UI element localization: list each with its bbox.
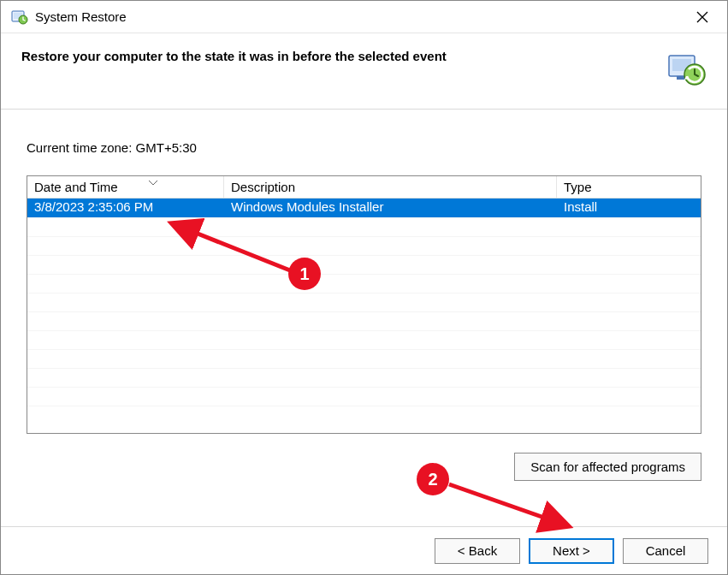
cell-description: Windows Modules Installer (224, 199, 557, 217)
window-title: System Restore (35, 9, 683, 24)
table-header-row: Date and Time Description Type (27, 176, 701, 199)
scan-affected-programs-button[interactable]: Scan for affected programs (514, 453, 701, 481)
table-row-empty (27, 311, 701, 330)
restore-points-table: Date and Time Description Type 3/8/2023 … (27, 175, 701, 434)
table-row-empty (27, 330, 701, 349)
titlebar: System Restore (1, 1, 727, 33)
cell-type: Install (557, 199, 701, 217)
wizard-content: Current time zone: GMT+5:30 Date and Tim… (1, 110, 727, 526)
table-row-empty (27, 293, 701, 311)
timezone-label: Current time zone: GMT+5:30 (27, 140, 701, 155)
table-row-empty (27, 217, 701, 236)
table-body: 3/8/2023 2:35:06 PM Windows Modules Inst… (27, 199, 701, 430)
table-row-empty (27, 406, 701, 424)
sort-descending-icon (149, 178, 157, 187)
column-header-type-label: Type (564, 180, 592, 194)
system-restore-icon (666, 49, 707, 90)
column-header-datetime[interactable]: Date and Time (27, 176, 224, 198)
table-row-empty (27, 387, 701, 406)
cell-datetime: 3/8/2023 2:35:06 PM (27, 199, 224, 217)
system-restore-window: System Restore Restore your computer to … (0, 0, 728, 575)
table-row-empty (27, 236, 701, 255)
wizard-header: Restore your computer to the state it wa… (1, 33, 727, 110)
system-restore-app-icon (11, 9, 28, 26)
column-header-type[interactable]: Type (557, 176, 701, 198)
page-heading: Restore your computer to the state it wa… (21, 49, 648, 63)
table-row[interactable]: 3/8/2023 2:35:06 PM Windows Modules Inst… (27, 199, 701, 217)
column-header-description-label: Description (231, 180, 295, 194)
column-header-datetime-label: Date and Time (34, 180, 118, 194)
wizard-footer: < Back Next > Cancel (1, 526, 727, 574)
next-button[interactable]: Next > (529, 538, 614, 564)
table-row-empty (27, 274, 701, 293)
cancel-button[interactable]: Cancel (623, 538, 708, 564)
column-header-description[interactable]: Description (224, 176, 557, 198)
scan-row: Scan for affected programs (27, 453, 701, 481)
table-row-empty (27, 255, 701, 274)
close-button[interactable] (683, 1, 722, 33)
back-button[interactable]: < Back (435, 538, 520, 564)
table-row-empty (27, 368, 701, 387)
table-row-empty (27, 349, 701, 368)
